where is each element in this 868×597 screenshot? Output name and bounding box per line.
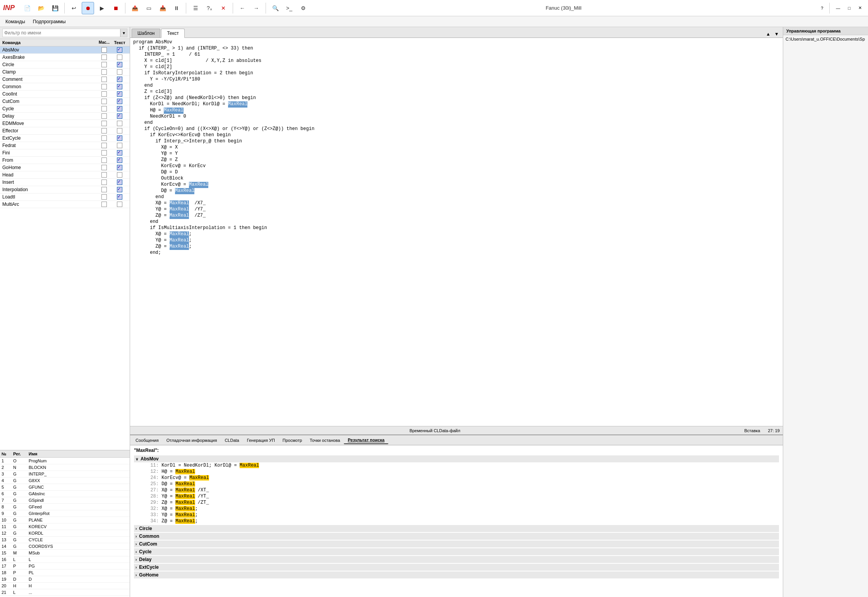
cmd-mas-check[interactable]	[96, 106, 112, 111]
var-row[interactable]: 11GKORECV	[0, 523, 130, 530]
cmd-mas-check[interactable]	[96, 128, 112, 133]
tb-stop[interactable]: ⏹	[110, 2, 122, 14]
search-result-row[interactable]: 33: Y@ = MaxReal;	[143, 512, 779, 518]
code-line[interactable]: H@ = MaxReal	[130, 108, 783, 114]
bottom-tab-preview[interactable]: Просмотр	[279, 437, 306, 444]
cmd-row[interactable]: Fini	[0, 149, 130, 157]
tab-template[interactable]: Шаблон	[132, 29, 160, 38]
cmd-row[interactable]: Head	[0, 171, 130, 179]
tab-text[interactable]: Текст	[161, 29, 184, 38]
code-line[interactable]: INTERP_ = 1 / 61	[130, 52, 783, 58]
var-row[interactable]: 7GGSpindl	[0, 497, 130, 504]
cmd-mas-check[interactable]	[96, 77, 112, 82]
var-row[interactable]: 19DD	[0, 576, 130, 583]
var-row[interactable]: 15MMSub	[0, 550, 130, 556]
search-group-header[interactable]: ›ExtCycle	[134, 564, 779, 571]
var-row[interactable]: 1OProgNum	[0, 458, 130, 464]
bottom-tab-cldata[interactable]: CLData	[221, 437, 243, 444]
cmd-mas-check[interactable]	[96, 69, 112, 75]
var-row[interactable]: 10GPLANE	[0, 517, 130, 523]
cmd-text-check[interactable]	[112, 150, 127, 156]
tb-new[interactable]: 📄	[21, 2, 33, 14]
close-button[interactable]: ✕	[855, 5, 865, 11]
cmd-mas-check[interactable]	[96, 113, 112, 119]
cmd-row[interactable]: Interpolation	[0, 186, 130, 193]
cmd-text-check[interactable]	[112, 77, 127, 82]
tb-settings[interactable]: ⚙	[297, 2, 309, 14]
menu-subprograms[interactable]: Подпрограммы	[29, 17, 70, 26]
cmd-row[interactable]: AxesBrake	[0, 54, 130, 61]
search-result-row[interactable]: 25: D@ = MaxReal	[143, 481, 779, 487]
var-row[interactable]: 14GCOORDSYS	[0, 543, 130, 550]
cmd-row[interactable]: Effector	[0, 127, 130, 135]
help-button[interactable]: ?	[818, 5, 826, 11]
code-line[interactable]: Y = cld[2]	[130, 64, 783, 70]
cmd-row[interactable]: Common	[0, 83, 130, 91]
code-line[interactable]: Y@ = Y	[130, 151, 783, 157]
code-line[interactable]: if (Z<>Z@) and (NeedKorDl<>0) then begin	[130, 95, 783, 101]
tb-open[interactable]: 📂	[35, 2, 47, 14]
cmd-text-check[interactable]	[112, 128, 127, 133]
tb-import[interactable]: 📥	[156, 2, 169, 14]
bottom-tab-search[interactable]: Результат поиска	[344, 436, 388, 444]
filter-input[interactable]	[2, 29, 120, 37]
cmd-text-check[interactable]	[112, 84, 127, 89]
cmd-mas-check[interactable]	[96, 62, 112, 67]
tb-play[interactable]: ▶	[96, 2, 108, 14]
search-group-header[interactable]: ∨AbsMov	[134, 455, 779, 462]
cmd-row[interactable]: From	[0, 157, 130, 164]
cmd-row[interactable]: GoHome	[0, 164, 130, 171]
code-line[interactable]: X = cld[1] / X,Y,Z in absolutes	[130, 58, 783, 64]
var-row[interactable]: 20HH	[0, 583, 130, 589]
cmd-mas-check[interactable]	[96, 157, 112, 163]
cmd-row[interactable]: AbsMov	[0, 46, 130, 54]
cmd-text-check[interactable]	[112, 135, 127, 141]
tb-back[interactable]: ←	[236, 2, 249, 14]
code-line[interactable]: Z = cld[3]	[130, 89, 783, 95]
cmd-row[interactable]: EDMMove	[0, 120, 130, 127]
search-group-header[interactable]: ›Delay	[134, 556, 779, 563]
code-line[interactable]: Y@ = MaxReal /Y7_	[130, 207, 783, 213]
var-row[interactable]: 8GGFeed	[0, 504, 130, 510]
code-line[interactable]: Y = -Y/CylR/Pi*180	[130, 77, 783, 83]
code-line[interactable]: Z@ = MaxReal;	[130, 244, 783, 250]
search-group-header[interactable]: ›Circle	[134, 525, 779, 532]
cmd-text-check[interactable]	[112, 187, 127, 192]
bottom-tab-debug[interactable]: Отладочная информация	[163, 437, 221, 444]
cmd-row[interactable]: Delay	[0, 113, 130, 120]
tb-pause[interactable]: ⏸	[170, 2, 183, 14]
tb-save[interactable]: 💾	[49, 2, 61, 14]
cmd-text-check[interactable]	[112, 143, 127, 148]
cmd-row[interactable]: Cycle	[0, 105, 130, 113]
var-row[interactable]: 17PPG	[0, 563, 130, 570]
code-line[interactable]: X@ = MaxReal /X7_	[130, 200, 783, 207]
var-row[interactable]: 4GG8XX	[0, 477, 130, 484]
code-editor[interactable]: program AbsMov if (INTERP_ > 1) and (INT…	[130, 38, 783, 426]
code-line[interactable]: end	[130, 83, 783, 89]
code-line[interactable]: if IsRotaryInterpolation = 2 then begin	[130, 70, 783, 77]
cmd-mas-check[interactable]	[96, 55, 112, 60]
search-result-row[interactable]: 34: Z@ = MaxReal;	[143, 518, 779, 524]
cmd-text-check[interactable]	[112, 172, 127, 178]
code-line[interactable]: KorEcv@ = KorEcv	[130, 163, 783, 169]
cmd-row[interactable]: MultiArc	[0, 201, 130, 208]
code-line[interactable]: D@ = MaxReal	[130, 188, 783, 194]
cmd-row[interactable]: Clamp	[0, 68, 130, 76]
cmd-text-check[interactable]	[112, 62, 127, 67]
tb-undo[interactable]: ↩	[68, 2, 80, 14]
code-line[interactable]: if IsMultiaxisInterpolation = 1 then beg…	[130, 225, 783, 231]
code-line[interactable]: Z@ = Z	[130, 157, 783, 163]
var-row[interactable]: 3GINTERP_	[0, 471, 130, 477]
search-result-row[interactable]: 32: X@ = MaxReal;	[143, 506, 779, 512]
cmd-mas-check[interactable]	[96, 187, 112, 192]
cmd-row[interactable]: Comment	[0, 76, 130, 83]
cmd-text-check[interactable]	[112, 106, 127, 111]
search-group-header[interactable]: ›CutCom	[134, 541, 779, 547]
var-row[interactable]: 6GGAbsInc	[0, 491, 130, 497]
var-row[interactable]: 16LL	[0, 556, 130, 563]
cmd-mas-check[interactable]	[96, 194, 112, 200]
cmd-row[interactable]: ExtCycle	[0, 135, 130, 142]
bottom-tab-breakpoints[interactable]: Точки останова	[306, 437, 344, 444]
cmd-row[interactable]: CoolInt	[0, 91, 130, 98]
cmd-text-check[interactable]	[112, 180, 127, 185]
